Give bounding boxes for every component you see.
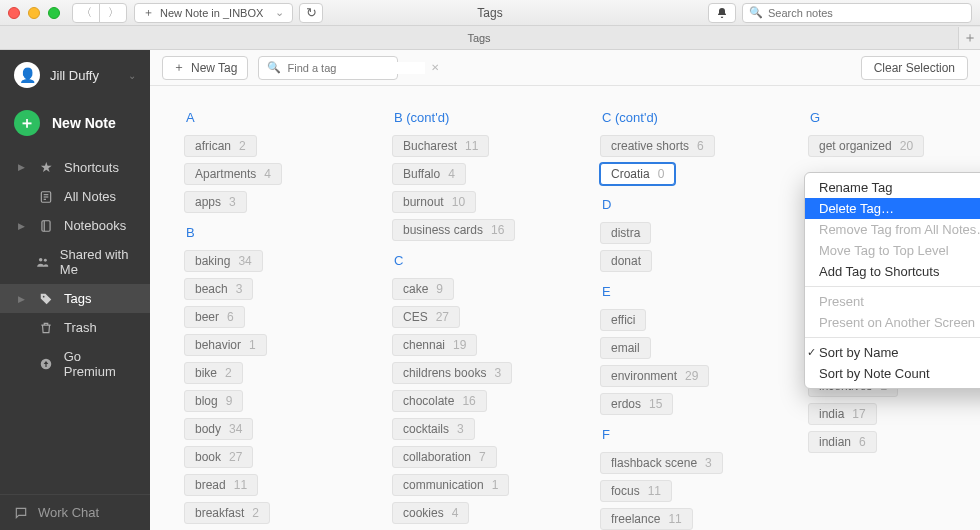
search-notes-box[interactable]: 🔍 — [742, 3, 972, 23]
menu-remove-from-all[interactable]: Remove Tag from All Notes… — [805, 219, 980, 240]
tag-pill[interactable]: cocktails3 — [392, 418, 475, 440]
minimize-window-button[interactable] — [28, 7, 40, 19]
menu-present-other[interactable]: Present on Another Screen ⌥⌘↩ — [805, 312, 980, 333]
tag-pill[interactable]: cake9 — [392, 278, 454, 300]
menu-delete-tag[interactable]: Delete Tag… — [805, 198, 980, 219]
tag-pill[interactable]: communication1 — [392, 474, 509, 496]
sync-icon: ↻ — [306, 5, 317, 20]
tag-pill[interactable]: behavior1 — [184, 334, 267, 356]
menu-add-shortcut[interactable]: Add Tag to Shortcuts — [805, 261, 980, 282]
tag-count: 2 — [239, 139, 246, 153]
close-window-button[interactable] — [8, 7, 20, 19]
tag-pill[interactable]: childrens books3 — [392, 362, 512, 384]
clear-input-icon[interactable]: ✕ — [431, 62, 439, 73]
new-tag-label: New Tag — [191, 61, 237, 75]
tag-pill[interactable]: get organized20 — [808, 135, 924, 157]
menu-present[interactable]: Present ⌘↩ — [805, 291, 980, 312]
tag-count: 6 — [859, 435, 866, 449]
tag-pill[interactable]: apps3 — [184, 191, 247, 213]
sidebar-item-shortcuts[interactable]: ▶ ★ Shortcuts — [0, 152, 150, 182]
tag-pill[interactable]: Bucharest11 — [392, 135, 489, 157]
tag-name: flashback scene — [611, 456, 697, 470]
tag-pill[interactable]: flashback scene3 — [600, 452, 723, 474]
tag-pill[interactable]: business cards16 — [392, 219, 515, 241]
tag-pill[interactable]: email — [600, 337, 651, 359]
new-tag-button[interactable]: ＋ New Tag — [162, 56, 248, 80]
notifications-button[interactable] — [708, 3, 736, 23]
tag-pill[interactable]: burnout10 — [392, 191, 476, 213]
chat-icon — [14, 506, 28, 520]
tag-pill[interactable]: erdos15 — [600, 393, 673, 415]
disclosure-icon: ▶ — [14, 162, 28, 172]
svg-point-8 — [43, 295, 45, 297]
new-note-button[interactable]: ＋ New Note — [0, 100, 150, 152]
tag-pill[interactable]: Croatia0 — [600, 163, 675, 185]
tag-pill[interactable]: distra — [600, 222, 651, 244]
tag-pill[interactable]: creative shorts6 — [600, 135, 715, 157]
tag-name: indian — [819, 435, 851, 449]
sidebar-item-shared[interactable]: ▶ Shared with Me — [0, 240, 150, 284]
tag-pill[interactable]: bread11 — [184, 474, 258, 496]
tag-pill[interactable]: african2 — [184, 135, 257, 157]
sidebar-item-tags[interactable]: ▶ Tags — [0, 284, 150, 313]
tag-pill[interactable]: india17 — [808, 403, 877, 425]
tag-count: 27 — [436, 310, 449, 324]
tag-pill[interactable]: chocolate16 — [392, 390, 487, 412]
search-notes-input[interactable] — [768, 7, 965, 19]
menu-move-top[interactable]: Move Tag to Top Level — [805, 240, 980, 261]
tag-pill[interactable]: breakfast2 — [184, 502, 270, 524]
back-button[interactable]: 〈 — [72, 3, 100, 23]
tag-pill[interactable]: effici — [600, 309, 646, 331]
tag-count: 0 — [658, 167, 665, 181]
sync-button[interactable]: ↻ — [299, 3, 323, 23]
sidebar-item-go-premium[interactable]: ▶ Go Premium — [0, 342, 150, 386]
tag-pill[interactable]: book27 — [184, 446, 253, 468]
tag-pill[interactable]: beer6 — [184, 306, 245, 328]
tag-pill[interactable]: environment29 — [600, 365, 709, 387]
sidebar-item-trash[interactable]: ▶ Trash — [0, 313, 150, 342]
tag-name: donat — [611, 254, 641, 268]
new-note-in-button[interactable]: ＋ New Note in _INBOX ⌄ — [134, 3, 293, 23]
tag-name: distra — [611, 226, 640, 240]
tag-pill[interactable]: Apartments4 — [184, 163, 282, 185]
find-tag-box[interactable]: 🔍 ✕ — [258, 56, 398, 80]
tag-pill[interactable]: baking34 — [184, 250, 263, 272]
new-tab-button[interactable]: ＋ — [958, 27, 980, 49]
menu-sort-count[interactable]: Sort by Note Count — [805, 363, 980, 384]
tag-pill[interactable]: indian6 — [808, 431, 877, 453]
tag-pill[interactable]: chennai19 — [392, 334, 477, 356]
work-chat-button[interactable]: Work Chat — [0, 494, 150, 530]
tag-pill[interactable]: body34 — [184, 418, 253, 440]
sidebar-item-notebooks[interactable]: ▶ Notebooks — [0, 211, 150, 240]
find-tag-input[interactable] — [287, 62, 425, 74]
tab-tags[interactable]: Tags — [0, 32, 958, 44]
tag-pill[interactable]: bike2 — [184, 362, 243, 384]
tag-count: 20 — [900, 139, 913, 153]
tag-name: beach — [195, 282, 228, 296]
forward-button[interactable]: 〉 — [99, 3, 127, 23]
tag-count: 3 — [705, 456, 712, 470]
avatar: 👤 — [14, 62, 40, 88]
tag-name: environment — [611, 369, 677, 383]
new-note-label: New Note — [52, 115, 116, 131]
tag-name: freelance — [611, 512, 660, 526]
menu-sort-name[interactable]: ✓ Sort by Name — [805, 342, 980, 363]
tag-pill[interactable]: cookies4 — [392, 502, 469, 524]
new-note-in-label: New Note in _INBOX — [160, 7, 263, 19]
tag-name: body — [195, 422, 221, 436]
tag-pill[interactable]: focus11 — [600, 480, 672, 502]
avatar-icon: 👤 — [19, 67, 36, 83]
account-row[interactable]: 👤 Jill Duffy ⌄ — [0, 50, 150, 100]
tag-pill[interactable]: collaboration7 — [392, 446, 497, 468]
tag-pill[interactable]: beach3 — [184, 278, 253, 300]
tag-pill[interactable]: donat — [600, 250, 652, 272]
disclosure-icon: ▶ — [14, 294, 28, 304]
tag-pill[interactable]: CES27 — [392, 306, 460, 328]
clear-selection-button[interactable]: Clear Selection — [861, 56, 968, 80]
tag-pill[interactable]: Buffalo4 — [392, 163, 466, 185]
menu-rename-tag[interactable]: Rename Tag — [805, 177, 980, 198]
zoom-window-button[interactable] — [48, 7, 60, 19]
tag-pill[interactable]: freelance11 — [600, 508, 693, 530]
sidebar-item-all-notes[interactable]: ▶ All Notes — [0, 182, 150, 211]
tag-pill[interactable]: blog9 — [184, 390, 243, 412]
